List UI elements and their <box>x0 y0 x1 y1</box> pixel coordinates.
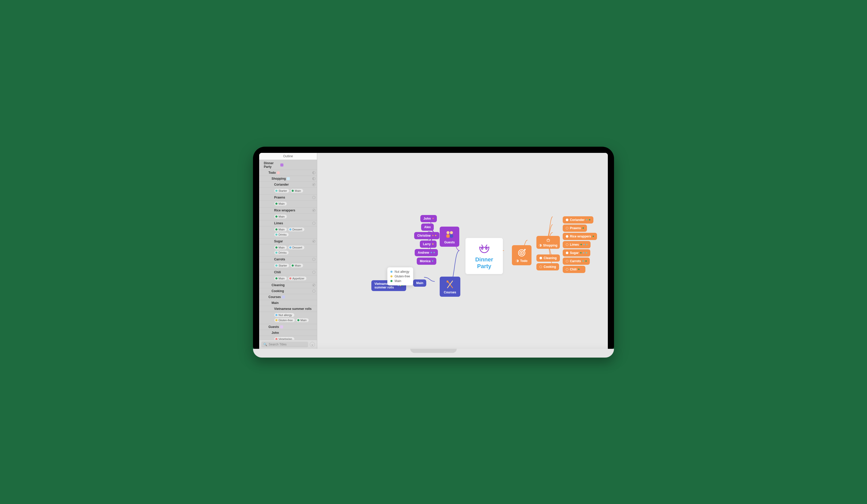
tree-item-todo[interactable]: Todo <box>259 170 317 176</box>
outline-tree[interactable]: Dinner Party Todo Shopping <box>259 160 317 340</box>
tree-item-limes[interactable]: Limes <box>259 221 317 226</box>
tree-item-john[interactable]: John <box>259 330 317 336</box>
node-shopping-item[interactable]: Rice wrappers <box>563 233 597 240</box>
tags-limes: Main Dessert Drinks <box>259 226 317 238</box>
svg-point-0 <box>481 248 483 249</box>
tag-vegetarian[interactable]: Vegetarian <box>274 337 295 340</box>
tag-main[interactable]: Main <box>274 245 287 249</box>
tree-root[interactable]: Dinner Party <box>259 160 317 170</box>
node-guest[interactable]: John <box>420 215 437 222</box>
target-icon <box>277 171 280 174</box>
tag-main[interactable]: Main <box>296 318 309 322</box>
node-label: Monica <box>420 259 430 263</box>
dot-icon <box>432 260 433 262</box>
tag-main[interactable]: Main <box>274 214 287 218</box>
tag-dessert[interactable]: Dessert <box>288 227 304 232</box>
node-guests-hub[interactable]: Guests <box>440 227 459 247</box>
dot-icon <box>432 218 434 219</box>
dot-icon <box>432 243 434 245</box>
svg-point-4 <box>450 231 453 234</box>
tag-main[interactable]: Main <box>274 276 287 280</box>
status-icon <box>312 290 315 293</box>
node-cleaning[interactable]: Cleaning <box>536 255 560 262</box>
tooltip-item: Main <box>395 279 401 283</box>
tags-viet-rolls: Nut allergy Gluten-free Main <box>259 312 317 324</box>
tree-item-courses[interactable]: Courses <box>259 294 317 300</box>
tag-main[interactable]: Main <box>274 227 287 232</box>
tag-starter[interactable]: Starter <box>274 189 289 193</box>
check-icon <box>566 235 568 238</box>
filter-button[interactable]: ⌄ <box>310 342 315 347</box>
tag-main[interactable]: Main <box>274 202 287 206</box>
check-icon <box>312 209 315 212</box>
tree-root-label: Dinner Party <box>264 161 279 169</box>
node-center[interactable]: DinnerParty <box>465 238 503 274</box>
tag-gluten-free[interactable]: Gluten-free <box>274 318 295 322</box>
mask-icon <box>478 242 491 255</box>
node-shopping[interactable]: Shopping <box>536 236 560 249</box>
tree-item-prawns[interactable]: Prawns <box>259 195 317 201</box>
tree-label: Todo <box>268 171 276 174</box>
people-icon <box>280 325 283 329</box>
tree-item-coriander[interactable]: Coriander <box>259 182 317 188</box>
node-todo-hub[interactable]: Todo <box>512 245 532 265</box>
tree-item-sugar[interactable]: Sugar <box>259 238 317 244</box>
tag-nut-allergy[interactable]: Nut allergy <box>274 313 295 317</box>
node-guest[interactable]: Larry <box>420 240 437 248</box>
node-guest[interactable]: Christine <box>414 232 439 239</box>
node-cooking[interactable]: Cooking <box>536 263 559 270</box>
tag-drinks[interactable]: Drinks <box>274 250 289 255</box>
svg-rect-5 <box>450 234 453 238</box>
tag-appetizer[interactable]: Appetizer <box>288 276 307 280</box>
node-label: Main <box>416 281 423 285</box>
tag-drinks[interactable]: Drinks <box>274 233 289 237</box>
filter-icon: ⌄ <box>311 343 313 346</box>
node-label: Christine <box>417 234 431 237</box>
tree-item-carrots[interactable]: Carrots <box>259 257 317 262</box>
node-label: Shopping <box>543 244 557 247</box>
screen-bezel: Outline Dinner Party Todo Shopping <box>253 147 614 349</box>
tag-starter[interactable]: Starter <box>274 264 289 268</box>
tags-prawns: Main <box>259 201 317 207</box>
search-input[interactable]: 🔍 Search Titles <box>261 342 308 347</box>
node-shopping-item[interactable]: Carrots <box>563 258 590 265</box>
tree-item-rice-wrappers[interactable]: Rice wrappers <box>259 207 317 213</box>
tag-label: Main <box>279 246 285 249</box>
tree-item-guests[interactable]: Guests <box>259 324 317 330</box>
tree-item-viet-rolls[interactable]: Vietnamese summer rolls <box>259 306 317 312</box>
node-guest[interactable]: Andrew <box>415 249 438 256</box>
node-shopping-item[interactable]: Chili <box>563 266 585 273</box>
tree-item-cooking[interactable]: Cooking <box>259 288 317 294</box>
tree-item-shopping[interactable]: Shopping <box>259 176 317 182</box>
check-icon <box>312 240 315 243</box>
status-icon <box>566 268 568 271</box>
dot-icon <box>432 235 434 236</box>
tag-main[interactable]: Main <box>290 264 303 268</box>
node-guest[interactable]: Alex <box>421 224 434 231</box>
tree-label: Chili <box>274 270 281 274</box>
node-guest[interactable]: Monica <box>417 258 436 265</box>
laptop-notch <box>410 349 457 353</box>
node-label: Andrew <box>418 251 429 255</box>
tag-dessert[interactable]: Dessert <box>288 245 304 249</box>
node-shopping-item[interactable]: Prawns <box>563 225 587 232</box>
node-shopping-item[interactable]: Coriander <box>563 216 593 224</box>
node-courses-hub[interactable]: Courses <box>440 277 460 297</box>
node-shopping-item[interactable]: Sugar <box>563 249 590 257</box>
tag-label: Starter <box>279 264 287 267</box>
mindmap-canvas[interactable]: DinnerParty Guests John Alex Christine L… <box>317 153 608 349</box>
node-shopping-item[interactable]: Limes <box>563 241 590 248</box>
sidebar-tab-outline[interactable]: Outline <box>259 153 317 160</box>
node-label: Prawns <box>570 226 581 230</box>
tooltip-item: Nut allergy <box>395 270 409 274</box>
tree-item-cleaning[interactable]: Cleaning <box>259 282 317 288</box>
node-main[interactable]: Main <box>413 279 426 287</box>
search-icon: 🔍 <box>263 343 267 346</box>
node-label: Larry <box>423 242 431 246</box>
tree-item-main[interactable]: Main <box>259 300 317 306</box>
tag-main[interactable]: Main <box>290 189 303 193</box>
laptop-base <box>253 349 614 357</box>
tag-label: Drinks <box>279 233 287 236</box>
node-label: Chili <box>570 268 577 271</box>
tree-item-chili[interactable]: Chili <box>259 269 317 275</box>
